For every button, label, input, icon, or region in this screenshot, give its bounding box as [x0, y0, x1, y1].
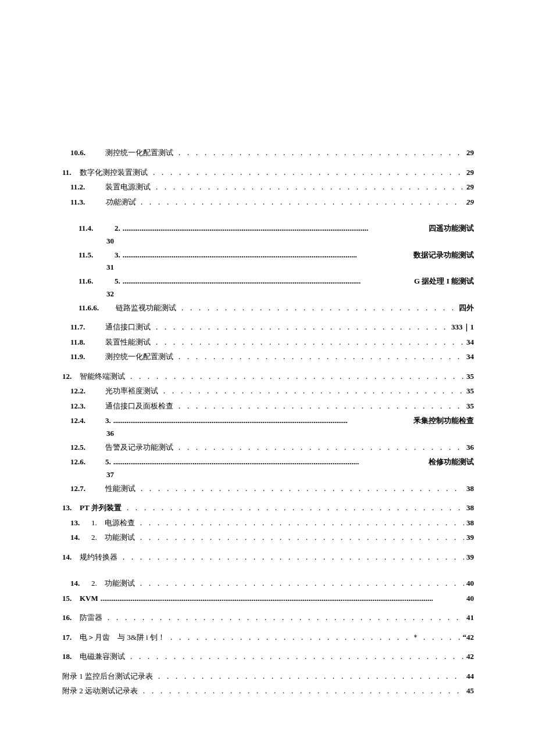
toc-title: 装置性能测试	[105, 336, 151, 348]
toc-number: 12.6.	[70, 456, 105, 468]
toc-entry: 12.4.3..................................…	[62, 415, 474, 427]
toc-leader: ．．．．．．．．．．．．．．．．．．．．．．．．．．．．．．．．．．．．．．．．…	[155, 671, 464, 682]
toc-page: G 据处理 I 能测试	[414, 275, 474, 287]
toc-leader: ．．．．．．．．．．．．．．．．．．．．．．．．．．．．．．．．．．．．．．．．…	[153, 336, 464, 348]
toc-entry: 11.4.2..................................…	[62, 223, 474, 234]
toc-number: 12.7.	[70, 483, 105, 495]
toc-leader: ．．．．．．．．．．．．．．．．．．．．．．．．．．．．．．．．．．．．．．．．…	[127, 371, 464, 382]
toc-number: 16.	[62, 612, 80, 624]
toc-entry: 12.6.5..................................…	[62, 456, 474, 468]
toc-title: 2. 功能测试	[91, 532, 135, 543]
toc-entry: 13.PT 并列装置．．．．．．．．．．．．．．．．．．．．．．．．．．．．．．…	[62, 502, 474, 514]
toc-page: 333｜1	[451, 321, 474, 333]
toc-leader: ．．．．．．．．．．．．．．．．．．．．．．．．．．．．．．．．．．．．．．．．…	[124, 502, 464, 514]
toc-number: 10.6.	[70, 147, 105, 159]
toc-page: 四遥功能测试	[429, 223, 474, 234]
toc-number: 14.	[70, 532, 91, 543]
toc-title: 通信接口测试	[105, 321, 151, 333]
toc-number: 12.	[62, 371, 80, 382]
toc-entry: 16.防雷器．．．．．．．．．．．．．．．．．．．．．．．．．．．．．．．．．．…	[62, 612, 474, 624]
toc-page: 42	[466, 651, 474, 662]
toc-title: 测控统一化配置测试	[105, 147, 173, 159]
toc-leader: ........................................…	[113, 415, 411, 427]
toc-entry: 12.3.通信接口及面板检查．．．．．．．．．．．．．．．．．．．．．．．．．．…	[62, 400, 474, 412]
toc-entry: 11.3.功能测试．．．．．．．．．．．．．．．．．．．．．．．．．．．．．．．…	[62, 196, 474, 208]
toc-page: 44	[466, 671, 474, 682]
toc-title: 防雷器	[80, 612, 102, 624]
toc-leader: ．．．．．．．．．．．．．．．．．．．．．．．．．．．．．．．．．．．．．．．．…	[150, 167, 464, 178]
toc-page: 38	[466, 483, 474, 495]
toc-page: 29	[466, 196, 474, 208]
toc-number: 12.4.	[70, 415, 105, 427]
toc-title: 附录 1 监控后台测试记录表	[62, 671, 153, 682]
toc-number: 17.	[62, 632, 80, 643]
toc-title: 告警及记录功能测试	[105, 442, 173, 453]
toc-entry: 14.规约转换器．．．．．．．．．．．．．．．．．．．．．．．．．．．．．．．．…	[62, 551, 474, 563]
toc-title: 3.	[115, 249, 120, 261]
toc-page: 40	[466, 593, 474, 604]
toc-title: 电磁兼容测试	[80, 651, 125, 662]
toc-number: 14.	[70, 578, 91, 589]
toc-page: 34	[466, 351, 474, 363]
toc-title: 3.	[105, 415, 111, 427]
toc-number: 11.3.	[70, 196, 105, 208]
toc-leader: ．．．．．．．．．．．．．．．．．．．．．．．．．．．．．．．．．．．．．．．．…	[120, 551, 464, 563]
toc-page: 釆集控制功能检查	[413, 415, 474, 427]
toc-entry: 17.电＞月齿 与 3&阱 i 钊！．．．．．．．．．．．．．．．．．．．．．．…	[62, 632, 474, 643]
toc-entry: 15.KVM..................................…	[62, 593, 474, 604]
toc-number: 12.3.	[70, 400, 105, 412]
toc-page: 35	[466, 400, 474, 412]
toc-leader: ．．．．．．．．．．．．．．．．．．．．．．．．．．．．．．．．．．．．．．．．…	[137, 532, 464, 543]
toc-entry: 14.2. 功能测试．．．．．．．．．．．．．．．．．．．．．．．．．．．．．．…	[62, 578, 474, 589]
toc-entry: 12.2.光功率裕度测试．．．．．．．．．．．．．．．．．．．．．．．．．．．．…	[62, 385, 474, 397]
toc-leader: ........................................…	[123, 275, 412, 287]
toc-page: 36	[466, 442, 474, 453]
toc-title: 智能终端测试	[80, 371, 125, 382]
toc-title: 电＞月齿 与 3&阱 i 钊！	[80, 632, 165, 643]
toc-page: 29	[466, 181, 474, 193]
toc-leader: ．．．．．．．．．．．．．．．．．．．．．．．．．．．．．．．．．．．．．．．．…	[138, 483, 464, 495]
toc-subpage: 36	[62, 429, 474, 438]
toc-title: KVM	[80, 593, 98, 604]
toc-leader: ........................................…	[123, 249, 411, 261]
toc-page: 39	[466, 532, 474, 543]
toc-leader: ........................................…	[113, 456, 426, 468]
toc-leader: ．．．．．．．．．．．．．．．．．．．．．．．．．．．．．．．．．．．．．．．．…	[137, 578, 464, 589]
toc-title: 5.	[115, 275, 120, 287]
toc-entry: 11.7.通信接口测试．．．．．．．．．．．．．．．．．．．．．．．．．．．．．…	[62, 321, 474, 333]
toc-page: 35	[466, 371, 474, 382]
toc-number: 12.5.	[70, 442, 105, 453]
toc-leader: ．．．．．．．．．．．．．．．．．．．．．．．．．．．．．．．．．．．．．．．．…	[179, 302, 456, 314]
toc-entry: 11.5.3..................................…	[62, 249, 474, 261]
toc-number: 11.2.	[70, 181, 105, 193]
toc-entry: 12.7.性能测试．．．．．．．．．．．．．．．．．．．．．．．．．．．．．．．…	[62, 483, 474, 495]
toc-entry: 11.数字化测控装置测试．．．．．．．．．．．．．．．．．．．．．．．．．．．．…	[62, 167, 474, 178]
toc-title: 数字化测控装置测试	[80, 167, 148, 178]
toc-number: 13.	[70, 517, 91, 529]
toc-leader: ．．．．．．．．．．．．．．．．．．．．．．．．．．．．．．．．．．．．．．．．…	[176, 351, 464, 363]
toc-entry: 10.6.测控统一化配置测试．．．．．．．．．．．．．．．．．．．．．．．．．．…	[62, 147, 474, 159]
toc-title: 通信接口及面板检查	[105, 400, 173, 412]
toc-leader: ．．．．．．．．．．．．．．．．．．．．．．．．．．．．．．．．．．．．．．．．…	[176, 147, 464, 159]
toc-page: 40	[466, 578, 474, 589]
toc-leader: ．．．．．．．．．．．．．．．．．．．．．．．．．．．．．．．．．．．．．．．．…	[160, 385, 464, 397]
toc-page: 38	[466, 502, 474, 514]
toc-title: 功能测试	[105, 196, 135, 208]
toc-page: 29	[466, 167, 474, 178]
toc-title: 1. 电源检查	[91, 517, 135, 529]
toc-number: 18.	[62, 651, 80, 662]
toc-page: 29	[466, 147, 474, 159]
toc-title: 2. 功能测试	[91, 578, 135, 589]
toc-entry: 附录 1 监控后台测试记录表．．．．．．．．．．．．．．．．．．．．．．．．．．…	[62, 671, 474, 682]
toc-number: 14.	[62, 551, 80, 563]
toc-title: 测控统一化配置测试	[105, 351, 173, 363]
toc-entry: 11.6.6.链路监视功能测试．．．．．．．．．．．．．．．．．．．．．．．．．…	[62, 302, 474, 314]
toc-number: 11.5.	[79, 249, 115, 261]
toc-page: 34	[466, 336, 474, 348]
toc-page: 检修功能测试	[429, 456, 474, 468]
toc-number: 11.4.	[79, 223, 115, 234]
toc-leader: ．．．．．．．．．．．．．．．．．．．．．．．．．．．．．．．．．．．．．．．．…	[153, 321, 449, 333]
toc-leader: ．．．．．．．．．．．．．．．．．．．．．．．．．．．．．．．．．．．．．．．．…	[138, 196, 464, 208]
toc-subpage: 37	[62, 470, 474, 479]
toc-leader: ．．．．．．．．．．．．．．．．．．．．．．．．．．．．＊．．．．．．．．．．．…	[167, 632, 461, 643]
